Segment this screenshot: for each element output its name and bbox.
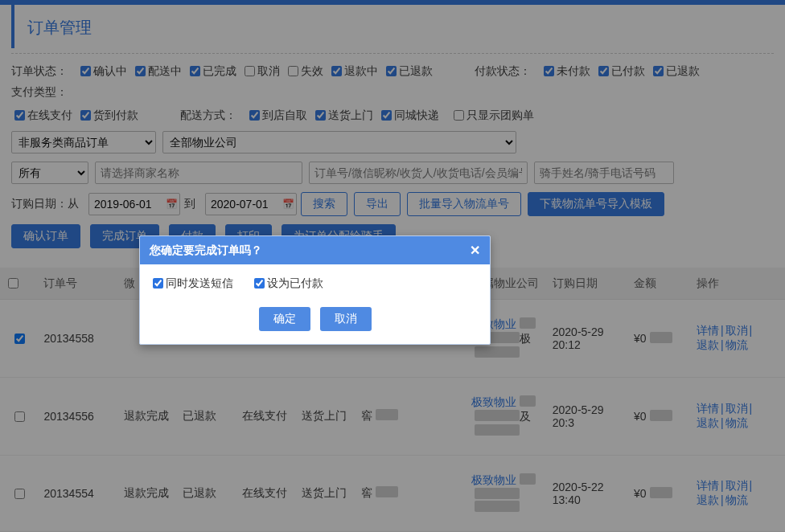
modal-header: 您确定要完成订单吗？ ✕ [140, 236, 490, 264]
mark-paid-checkbox[interactable]: 设为已付款 [251, 276, 323, 291]
modal-footer: 确定 取消 [140, 302, 490, 344]
modal-body: 同时发送短信 设为已付款 [140, 264, 490, 302]
page-root: 订单管理 订单状态： 确认中配送中已完成取消失效退款中已退款 付款状态： 未付款… [0, 0, 785, 532]
modal-title: 您确定要完成订单吗？ [150, 243, 262, 258]
modal-cancel-button[interactable]: 取消 [320, 307, 372, 331]
close-icon[interactable]: ✕ [470, 243, 480, 258]
confirm-complete-modal: 您确定要完成订单吗？ ✕ 同时发送短信 设为已付款 确定 取消 [139, 235, 491, 345]
modal-ok-button[interactable]: 确定 [259, 307, 310, 331]
sms-checkbox[interactable]: 同时发送短信 [150, 276, 233, 291]
